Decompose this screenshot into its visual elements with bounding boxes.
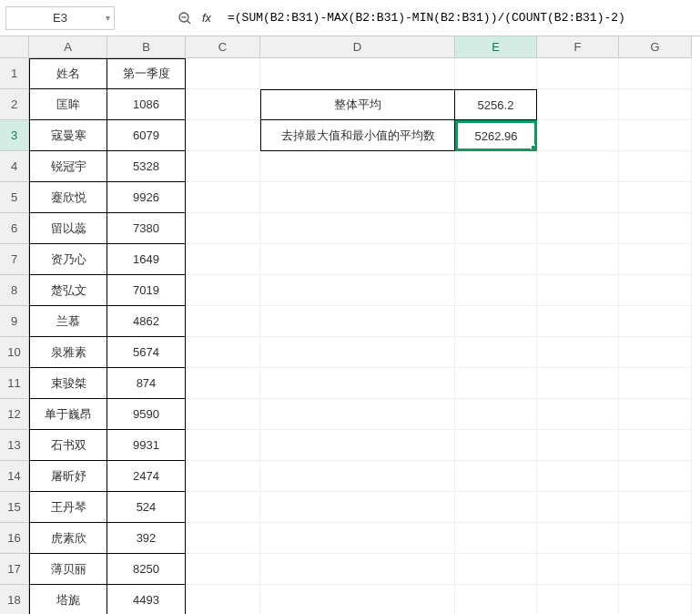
cell-E17[interactable] [455, 554, 537, 585]
cell-G18[interactable] [619, 585, 692, 614]
cell-A17[interactable]: 薄贝丽 [29, 554, 107, 585]
cell-D7[interactable] [260, 244, 455, 275]
cell-E16[interactable] [455, 523, 537, 554]
row-header[interactable]: 4 [0, 151, 29, 182]
cell-D1[interactable] [260, 58, 455, 89]
cell-F10[interactable] [537, 337, 619, 368]
cell-D14[interactable] [260, 461, 455, 492]
cell-C17[interactable] [186, 554, 260, 585]
cell-A1[interactable]: 姓名 [29, 58, 107, 89]
cell-D12[interactable] [260, 399, 455, 430]
row-header[interactable]: 16 [0, 523, 29, 554]
cell-F17[interactable] [537, 554, 619, 585]
cell-A5[interactable]: 蹇欣悦 [29, 182, 107, 213]
cell-E2[interactable]: 5256.2 [455, 89, 537, 120]
cell-F1[interactable] [537, 58, 619, 89]
row-header[interactable]: 12 [0, 399, 29, 430]
cell-B9[interactable]: 4862 [107, 306, 186, 337]
cell-A12[interactable]: 单于巍昂 [29, 399, 107, 430]
col-header-B[interactable]: B [107, 36, 186, 58]
cell-A11[interactable]: 束骏桀 [29, 368, 107, 399]
cell-E15[interactable] [455, 492, 537, 523]
cell-G6[interactable] [619, 213, 692, 244]
col-header-G[interactable]: G [619, 36, 692, 58]
cell-C4[interactable] [186, 151, 260, 182]
cell-F18[interactable] [537, 585, 619, 614]
col-header-F[interactable]: F [537, 36, 619, 58]
cell-F12[interactable] [537, 399, 619, 430]
fx-icon[interactable]: fx [198, 10, 215, 26]
cell-G4[interactable] [619, 151, 692, 182]
cell-F4[interactable] [537, 151, 619, 182]
cell-C2[interactable] [186, 89, 260, 120]
cell-A14[interactable]: 屠昕妤 [29, 461, 107, 492]
cell-G15[interactable] [619, 492, 692, 523]
cell-A6[interactable]: 留以蕊 [29, 213, 107, 244]
cell-B8[interactable]: 7019 [107, 275, 186, 306]
row-header[interactable]: 3 [0, 120, 29, 151]
name-box[interactable]: E3 ▾ [5, 6, 115, 30]
cell-F13[interactable] [537, 430, 619, 461]
cell-D16[interactable] [260, 523, 455, 554]
row-header[interactable]: 10 [0, 337, 29, 368]
row-header[interactable]: 17 [0, 554, 29, 585]
cell-C14[interactable] [186, 461, 260, 492]
cell-C18[interactable] [186, 585, 260, 614]
cell-D18[interactable] [260, 585, 455, 614]
cell-A8[interactable]: 楚弘文 [29, 275, 107, 306]
cell-F8[interactable] [537, 275, 619, 306]
cell-D13[interactable] [260, 430, 455, 461]
cell-B3[interactable]: 6079 [107, 120, 186, 151]
cell-D11[interactable] [260, 368, 455, 399]
cell-F15[interactable] [537, 492, 619, 523]
cell-E11[interactable] [455, 368, 537, 399]
cell-A15[interactable]: 王丹琴 [29, 492, 107, 523]
cell-D17[interactable] [260, 554, 455, 585]
cell-C11[interactable] [186, 368, 260, 399]
cell-C16[interactable] [186, 523, 260, 554]
cell-B1[interactable]: 第一季度 [107, 58, 186, 89]
chevron-down-icon[interactable]: ▾ [106, 13, 110, 23]
row-header[interactable]: 1 [0, 58, 29, 89]
cell-C13[interactable] [186, 430, 260, 461]
row-header[interactable]: 2 [0, 89, 29, 120]
cell-F3[interactable] [537, 120, 619, 151]
row-header[interactable]: 11 [0, 368, 29, 399]
cell-B12[interactable]: 9590 [107, 399, 186, 430]
cell-D2[interactable]: 整体平均 [260, 89, 455, 120]
cell-C12[interactable] [186, 399, 260, 430]
cell-B5[interactable]: 9926 [107, 182, 186, 213]
cell-F2[interactable] [537, 89, 619, 120]
cell-D9[interactable] [260, 306, 455, 337]
cell-G3[interactable] [619, 120, 692, 151]
cell-C6[interactable] [186, 213, 260, 244]
cell-E4[interactable] [455, 151, 537, 182]
formula-input[interactable] [222, 6, 695, 30]
cell-E9[interactable] [455, 306, 537, 337]
cell-D6[interactable] [260, 213, 455, 244]
cell-B14[interactable]: 2474 [107, 461, 186, 492]
cell-F11[interactable] [537, 368, 619, 399]
cell-G5[interactable] [619, 182, 692, 213]
cell-C1[interactable] [186, 58, 260, 89]
cell-F16[interactable] [537, 523, 619, 554]
cell-C8[interactable] [186, 275, 260, 306]
cell-B7[interactable]: 1649 [107, 244, 186, 275]
cell-E18[interactable] [455, 585, 537, 614]
cell-G2[interactable] [619, 89, 692, 120]
cell-B6[interactable]: 7380 [107, 213, 186, 244]
row-header[interactable]: 7 [0, 244, 29, 275]
row-header[interactable]: 13 [0, 430, 29, 461]
cell-G16[interactable] [619, 523, 692, 554]
cell-F14[interactable] [537, 461, 619, 492]
cell-F5[interactable] [537, 182, 619, 213]
row-header[interactable]: 8 [0, 275, 29, 306]
cell-C10[interactable] [186, 337, 260, 368]
col-header-A[interactable]: A [29, 36, 107, 58]
cell-G7[interactable] [619, 244, 692, 275]
col-header-C[interactable]: C [186, 36, 260, 58]
cell-D10[interactable] [260, 337, 455, 368]
cell-C3[interactable] [186, 120, 260, 151]
cell-D5[interactable] [260, 182, 455, 213]
cell-F7[interactable] [537, 244, 619, 275]
